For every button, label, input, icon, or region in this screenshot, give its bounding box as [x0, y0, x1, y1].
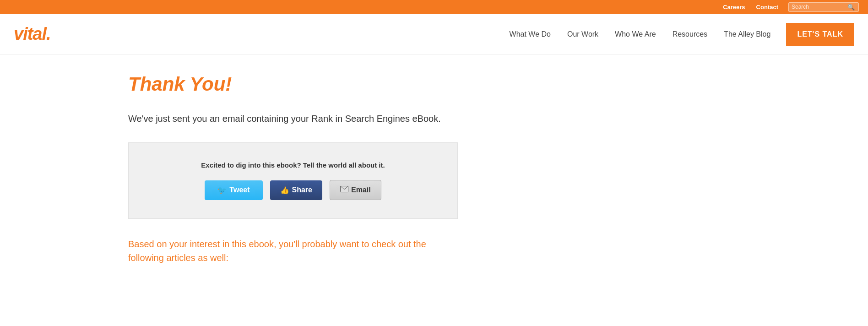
share-label: Share	[292, 186, 312, 194]
site-logo[interactable]: vital.	[14, 24, 51, 44]
nav-item-resources: Resources	[664, 30, 716, 38]
search-button[interactable]: 🔍	[846, 4, 856, 11]
email-label: Email	[351, 186, 371, 194]
envelope-icon	[340, 186, 348, 194]
nav-item-alley-blog: The Alley Blog	[716, 30, 779, 38]
nav-link-who-we-are[interactable]: Who We Are	[607, 30, 664, 38]
nav-link-our-work[interactable]: Our Work	[559, 30, 607, 38]
share-buttons: 🐦 Tweet 👍 Share Email	[138, 180, 448, 200]
top-bar: Careers Contact 🔍	[0, 0, 868, 14]
share-box: Excited to dig into this ebook? Tell the…	[128, 142, 458, 219]
search-form: 🔍	[788, 2, 859, 12]
nav-links: What We Do Our Work Who We Are Resources…	[501, 30, 779, 38]
confirmation-message: We've just sent you an email containing …	[128, 114, 458, 124]
nav-link-alley-blog[interactable]: The Alley Blog	[716, 30, 779, 38]
thumbs-up-icon: 👍	[280, 186, 289, 195]
nav-item-what-we-do: What We Do	[501, 30, 559, 38]
nav-item-our-work: Our Work	[559, 30, 607, 38]
email-button[interactable]: Email	[330, 180, 381, 200]
main-nav: vital. What We Do Our Work Who We Are Re…	[0, 14, 868, 55]
lets-talk-button[interactable]: LET'S TALK	[786, 23, 854, 46]
main-content: Thank You! We've just sent you an email …	[0, 55, 586, 292]
related-articles-text: Based on your interest in this ebook, yo…	[128, 237, 458, 265]
nav-item-who-we-are: Who We Are	[607, 30, 664, 38]
twitter-icon: 🐦	[217, 186, 227, 195]
nav-link-resources[interactable]: Resources	[664, 30, 716, 38]
nav-link-what-we-do[interactable]: What We Do	[501, 30, 559, 38]
tweet-button[interactable]: 🐦 Tweet	[205, 180, 262, 200]
share-prompt: Excited to dig into this ebook? Tell the…	[138, 161, 448, 169]
tweet-label: Tweet	[229, 186, 250, 194]
search-input[interactable]	[792, 4, 846, 10]
contact-link[interactable]: Contact	[751, 0, 784, 14]
careers-link[interactable]: Careers	[717, 0, 750, 14]
page-heading: Thank You!	[128, 73, 458, 95]
facebook-share-button[interactable]: 👍 Share	[270, 180, 322, 200]
